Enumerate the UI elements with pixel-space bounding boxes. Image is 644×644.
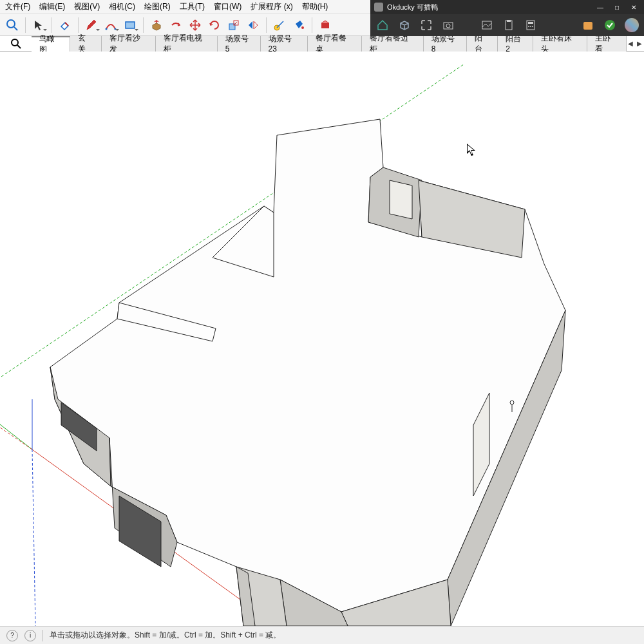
svg-rect-20 bbox=[583, 22, 592, 30]
svg-point-8 bbox=[301, 26, 304, 29]
scene-tab[interactable]: 玄关 bbox=[70, 36, 102, 52]
pencil-tool-icon[interactable] bbox=[83, 17, 100, 33]
scene-tab[interactable]: 阳台2 bbox=[498, 36, 533, 52]
status-info-icon[interactable]: i bbox=[24, 630, 36, 641]
scene-tab[interactable]: 主卧看床头 bbox=[533, 36, 587, 52]
ext-calendar-icon[interactable] bbox=[581, 18, 595, 32]
ext-home-icon[interactable] bbox=[375, 18, 390, 32]
menu-file[interactable]: 文件(F) bbox=[5, 1, 30, 12]
ext-camera-icon[interactable] bbox=[441, 18, 455, 32]
user-avatar[interactable] bbox=[625, 18, 639, 32]
arc-tool-icon[interactable] bbox=[102, 17, 119, 33]
svg-rect-16 bbox=[528, 22, 533, 24]
scene-tab[interactable]: 餐厅看餐桌 bbox=[308, 36, 362, 52]
axis-blue-dash bbox=[32, 450, 35, 626]
tape-measure-tool-icon[interactable] bbox=[271, 17, 288, 33]
ext-calculator-icon[interactable] bbox=[524, 18, 538, 32]
axis-red-dash bbox=[0, 419, 32, 450]
menu-edit[interactable]: 编辑(E) bbox=[39, 1, 65, 12]
menu-help[interactable]: 帮助(H) bbox=[302, 1, 328, 12]
select-tool-icon[interactable] bbox=[30, 17, 47, 33]
scene-tab[interactable]: 餐厅看餐边柜 bbox=[362, 36, 424, 52]
scale-tool-icon[interactable] bbox=[225, 17, 242, 33]
scene-next-icon[interactable]: ▶ bbox=[635, 37, 644, 51]
menu-extensions[interactable]: 扩展程序 (x) bbox=[251, 1, 292, 12]
menu-tools[interactable]: 工具(T) bbox=[180, 1, 205, 12]
ext-clipboard-icon[interactable] bbox=[502, 18, 516, 32]
rectangle-tool-icon[interactable] bbox=[122, 17, 138, 33]
building-model[interactable] bbox=[50, 119, 565, 626]
scene-tab[interactable]: 鸟瞰图 bbox=[32, 36, 70, 52]
okducky-logo-icon bbox=[374, 3, 383, 12]
menu-view[interactable]: 视图(V) bbox=[74, 1, 100, 12]
scene-tab[interactable]: 客厅看沙发 bbox=[102, 36, 156, 52]
status-text: 单击或拖动以选择对象。Shift = 加/减。Ctrl = 加。Shift + … bbox=[50, 630, 281, 641]
menu-window[interactable]: 窗口(W) bbox=[214, 1, 242, 12]
zoom-icon[interactable] bbox=[4, 17, 21, 33]
eraser-tool-icon[interactable] bbox=[57, 17, 73, 33]
extension-title: Okducky 可插鸭 bbox=[387, 3, 438, 12]
scene-tab[interactable]: 场景号23 bbox=[261, 36, 308, 52]
status-bar: ? i 单击或拖动以选择对象。Shift = 加/减。Ctrl = 加。Shif… bbox=[0, 626, 644, 644]
ext-expand-icon[interactable] bbox=[419, 18, 433, 32]
svg-rect-4 bbox=[126, 22, 135, 28]
svg-point-22 bbox=[12, 39, 18, 46]
ext-verified-icon[interactable] bbox=[603, 18, 617, 32]
scene-search-icon[interactable] bbox=[0, 38, 32, 50]
section-plane-tool-icon[interactable] bbox=[317, 17, 334, 33]
svg-rect-9 bbox=[321, 23, 329, 28]
scene-tab[interactable]: 场景号8 bbox=[424, 36, 467, 52]
svg-point-2 bbox=[106, 28, 108, 30]
rotate-tool-icon[interactable] bbox=[206, 17, 223, 33]
scene-tab[interactable]: 主卧看 bbox=[587, 36, 626, 52]
scene-prev-icon[interactable]: ◀ bbox=[627, 37, 636, 51]
ext-image-icon[interactable] bbox=[480, 18, 494, 32]
extension-toolbar bbox=[370, 14, 644, 36]
svg-point-11 bbox=[446, 24, 450, 28]
scene-tabs-bar: 鸟瞰图 玄关 客厅看沙发 客厅看电视柜 场景号5 场景号23 餐厅看餐桌 餐厅看… bbox=[0, 36, 644, 52]
svg-point-0 bbox=[7, 20, 15, 28]
axis-green-solid bbox=[0, 399, 32, 450]
move-tool-icon[interactable] bbox=[187, 17, 204, 33]
viewport-3d[interactable] bbox=[0, 52, 644, 626]
svg-line-23 bbox=[17, 45, 21, 48]
ext-cube-icon[interactable] bbox=[397, 18, 412, 32]
svg-point-21 bbox=[605, 20, 615, 30]
menu-draw[interactable]: 绘图(R) bbox=[144, 1, 171, 12]
minimize-button[interactable]: — bbox=[594, 3, 607, 12]
scene-tab[interactable]: 客厅看电视柜 bbox=[156, 36, 218, 52]
follow-me-tool-icon[interactable] bbox=[167, 17, 184, 33]
svg-point-18 bbox=[530, 26, 531, 27]
maximize-button[interactable]: □ bbox=[611, 3, 623, 12]
svg-line-1 bbox=[14, 27, 17, 30]
svg-point-3 bbox=[115, 28, 117, 30]
svg-rect-14 bbox=[507, 20, 511, 22]
svg-point-17 bbox=[528, 26, 529, 27]
extension-titlebar: Okducky 可插鸭 — □ ✕ bbox=[370, 0, 644, 14]
scene-tab[interactable]: 场景号5 bbox=[218, 36, 261, 52]
svg-rect-13 bbox=[506, 21, 512, 30]
paint-bucket-tool-icon[interactable] bbox=[290, 17, 307, 33]
status-help-icon[interactable]: ? bbox=[6, 630, 18, 641]
push-pull-tool-icon[interactable] bbox=[148, 17, 165, 33]
menu-camera[interactable]: 相机(C) bbox=[109, 1, 135, 12]
flip-tool-icon[interactable] bbox=[245, 17, 261, 33]
close-button[interactable]: ✕ bbox=[627, 3, 640, 12]
scene-tab[interactable]: 阳台 bbox=[467, 36, 498, 52]
svg-point-19 bbox=[532, 26, 533, 27]
